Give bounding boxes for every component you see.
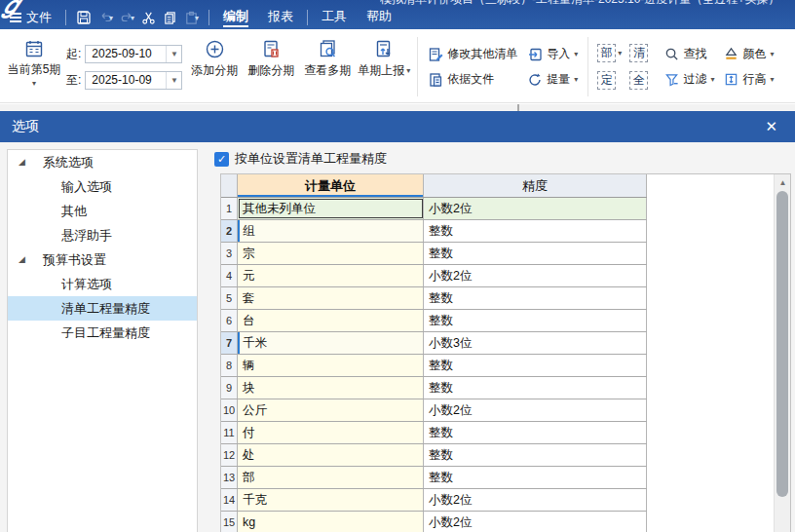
- table-row[interactable]: 1 其他未列单位 小数2位: [221, 198, 647, 220]
- tree-item[interactable]: 输入选项: [8, 174, 197, 199]
- current-period-button[interactable]: 当前第5期 ▾: [6, 33, 62, 100]
- tree-expand-icon[interactable]: ◢: [19, 150, 25, 174]
- table-row[interactable]: 9 块 整数: [221, 377, 647, 399]
- row-number-cell[interactable]: 13: [221, 467, 238, 488]
- unit-cell[interactable]: 部: [238, 467, 424, 488]
- tree-item[interactable]: 计算选项: [8, 272, 197, 296]
- menu-tab-baobiao[interactable]: 报表: [258, 6, 303, 29]
- precision-cell[interactable]: 小数2位: [424, 399, 647, 421]
- table-row[interactable]: 11 付 整数: [221, 422, 647, 444]
- row-number-cell[interactable]: 4: [221, 265, 238, 286]
- vertical-scrollbar[interactable]: ▲: [774, 174, 790, 532]
- precision-cell[interactable]: 小数3位: [424, 332, 647, 354]
- precision-cell[interactable]: 整数: [424, 243, 647, 264]
- import-button[interactable]: 导入 ▾: [527, 46, 578, 62]
- unit-cell[interactable]: 公斤: [238, 399, 424, 421]
- redo-button[interactable]: ▾: [120, 11, 134, 24]
- find-button[interactable]: 查找: [664, 46, 714, 62]
- view-periods-button[interactable]: 查看多期: [299, 33, 356, 100]
- tree-expand-icon[interactable]: ◢: [19, 247, 25, 272]
- table-row[interactable]: 10 公斤 小数2位: [221, 399, 647, 422]
- row-number-cell[interactable]: 10: [221, 399, 238, 421]
- date-from-dropdown-icon[interactable]: ▼: [166, 46, 181, 62]
- table-row[interactable]: 8 辆 整数: [221, 355, 647, 377]
- row-number-cell[interactable]: 2: [221, 220, 238, 242]
- table-row[interactable]: 14 千克 小数2位: [221, 489, 647, 512]
- copy-icon[interactable]: [163, 11, 177, 25]
- menu-tab-bianzhi[interactable]: 编制: [213, 6, 258, 29]
- row-number-cell[interactable]: 12: [221, 444, 238, 466]
- modify-other-list-button[interactable]: 修改其他清单: [428, 46, 517, 62]
- unit-cell[interactable]: 套: [238, 287, 424, 309]
- unit-cell[interactable]: 处: [238, 444, 424, 466]
- date-to-input[interactable]: 2025-10-09 ▼: [85, 71, 182, 90]
- precision-cell[interactable]: 小数2位: [424, 512, 647, 532]
- menu-tab-bangzhu[interactable]: 帮助: [357, 6, 401, 29]
- scroll-up-icon[interactable]: ▲: [775, 178, 791, 187]
- row-number-cell[interactable]: 15: [221, 512, 238, 532]
- tree-item[interactable]: 子目工程量精度: [8, 321, 197, 345]
- unit-column-header[interactable]: 计量单位: [238, 174, 424, 197]
- unit-cell[interactable]: 组: [238, 220, 424, 242]
- extract-quantity-button[interactable]: 提量 ▾: [527, 71, 578, 88]
- row-number-cell[interactable]: 6: [221, 310, 238, 331]
- tree-item[interactable]: 其他: [8, 199, 197, 223]
- tree-item[interactable]: 清单工程量精度: [8, 296, 197, 321]
- unit-cell[interactable]: 块: [238, 377, 424, 399]
- bu-button[interactable]: 部 ▾: [597, 44, 622, 62]
- table-row[interactable]: 5 套 整数: [221, 287, 647, 310]
- single-period-report-button[interactable]: 单期上报▾: [356, 33, 412, 100]
- checkbox-checked-icon[interactable]: ✓: [214, 152, 229, 167]
- table-row[interactable]: 13 部 整数: [221, 467, 647, 489]
- tree-item[interactable]: 悬浮助手: [8, 223, 197, 247]
- row-number-cell[interactable]: 8: [221, 355, 238, 376]
- table-row[interactable]: 12 处 整数: [221, 444, 647, 467]
- delete-period-button[interactable]: 删除分期: [243, 33, 299, 100]
- table-row[interactable]: 3 宗 整数: [221, 243, 647, 265]
- save-icon[interactable]: [76, 10, 92, 25]
- undo-button[interactable]: ▾: [98, 11, 113, 24]
- precision-cell[interactable]: 整数: [424, 310, 647, 331]
- ding-button[interactable]: 定: [597, 71, 622, 90]
- row-height-button[interactable]: 行高 ▾: [724, 71, 774, 88]
- basis-file-button[interactable]: 依据文件: [428, 71, 517, 88]
- precision-cell[interactable]: 整数: [424, 355, 647, 376]
- unit-cell[interactable]: 宗: [238, 243, 424, 264]
- unit-cell[interactable]: kg: [238, 512, 424, 532]
- row-number-cell[interactable]: 7: [221, 332, 238, 354]
- unit-cell[interactable]: 千克: [238, 489, 424, 511]
- tree-item[interactable]: ◢ 系统选项: [8, 150, 197, 174]
- add-period-button[interactable]: 添加分期: [186, 33, 243, 100]
- tree-item[interactable]: ◢ 预算书设置: [8, 247, 197, 272]
- row-number-cell[interactable]: 1: [221, 198, 238, 219]
- precision-cell[interactable]: 整数: [424, 220, 647, 242]
- table-row[interactable]: 4 元 小数2位: [221, 265, 647, 287]
- menu-file[interactable]: 文件: [0, 6, 61, 29]
- precision-cell[interactable]: 整数: [424, 377, 647, 399]
- row-number-cell[interactable]: 3: [221, 243, 238, 264]
- table-row[interactable]: 6 台 整数: [221, 310, 647, 332]
- precision-cell[interactable]: 小数2位: [424, 489, 647, 511]
- precision-cell[interactable]: 小数2位: [424, 198, 647, 219]
- menu-tab-gongju[interactable]: 工具: [312, 6, 357, 29]
- date-from-input[interactable]: 2025-09-10 ▼: [85, 45, 182, 63]
- precision-cell[interactable]: 整数: [424, 422, 647, 443]
- precision-cell[interactable]: 小数2位: [424, 265, 647, 286]
- filter-button[interactable]: 过滤 ▾: [664, 71, 714, 88]
- precision-cell[interactable]: 整数: [424, 467, 647, 488]
- row-number-cell[interactable]: 5: [221, 287, 238, 309]
- paste-button[interactable]: ▾: [184, 11, 199, 25]
- precision-column-header[interactable]: 精度: [424, 174, 647, 197]
- date-to-dropdown-icon[interactable]: ▼: [166, 72, 181, 89]
- unit-cell[interactable]: 千米: [238, 332, 424, 354]
- scrollbar-thumb[interactable]: [776, 191, 788, 497]
- unit-cell[interactable]: 台: [238, 310, 424, 331]
- unit-cell[interactable]: 付: [238, 422, 424, 443]
- precision-cell[interactable]: 整数: [424, 287, 647, 309]
- row-number-cell[interactable]: 11: [221, 422, 238, 443]
- unit-cell[interactable]: 辆: [238, 355, 424, 376]
- qing-button[interactable]: 清: [629, 44, 648, 62]
- table-row[interactable]: 7 千米 小数3位: [221, 332, 647, 355]
- unit-cell[interactable]: 其他未列单位: [238, 198, 424, 219]
- row-number-cell[interactable]: 14: [221, 489, 238, 511]
